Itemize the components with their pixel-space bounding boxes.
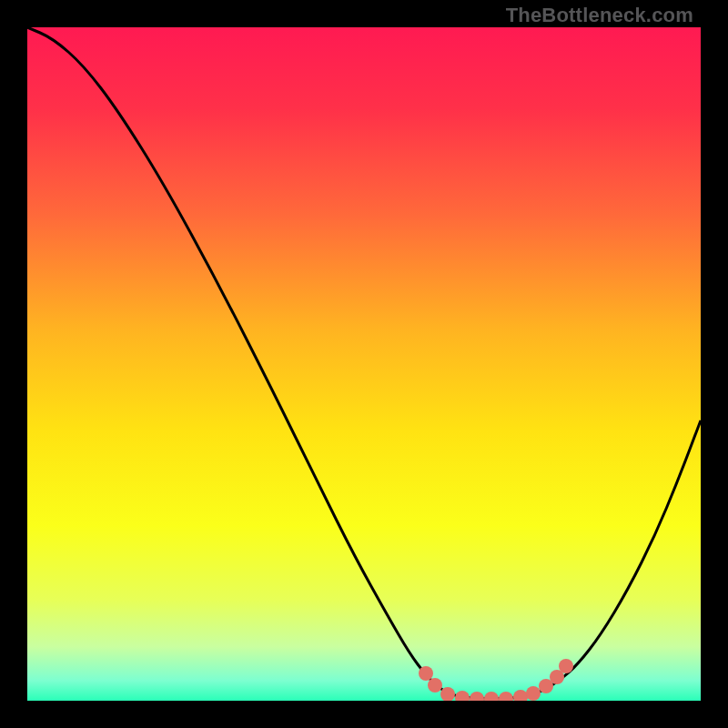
watermark-text: TheBottleneck.com (506, 4, 693, 27)
marker-dot (419, 666, 433, 681)
marker-dot (428, 678, 442, 693)
plot-frame (27, 27, 701, 701)
bottleneck-chart (27, 27, 701, 701)
marker-dot (526, 686, 541, 701)
marker-dot (559, 659, 573, 673)
